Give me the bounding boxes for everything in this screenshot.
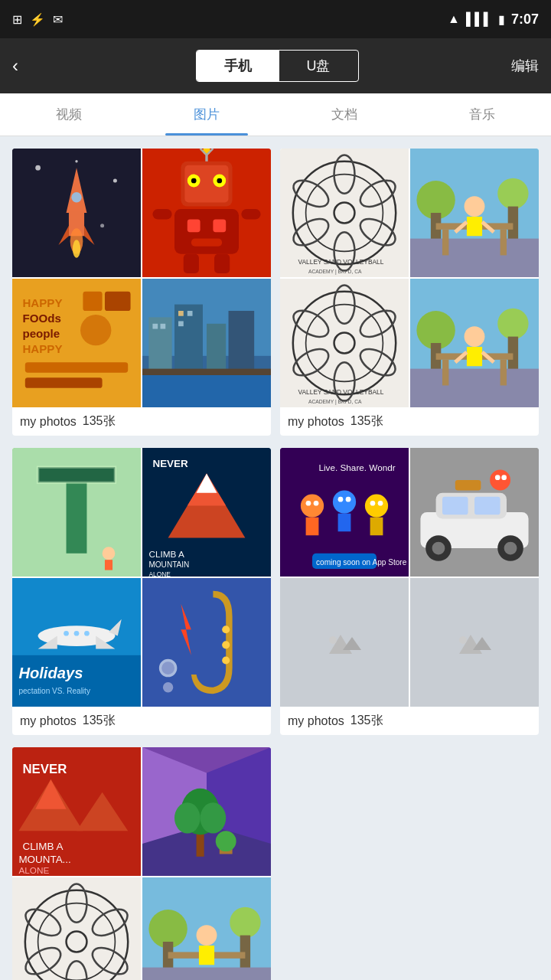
tab-music[interactable]: 音乐: [413, 93, 551, 136]
album-1-count: 135张: [83, 413, 116, 430]
album-5-grid: NEVER CLIMB A MOUNTA... ALONE: [12, 747, 271, 980]
svg-point-149: [378, 501, 383, 506]
album-1-name: my photos: [20, 415, 77, 429]
svg-rect-101: [467, 347, 482, 366]
photo-cell-airplane: Holidays pectation VS. Reality: [12, 578, 141, 707]
svg-point-170: [459, 636, 467, 644]
svg-point-132: [222, 656, 230, 664]
svg-text:ACADEMY | BKFD, CA: ACADEMY | BKFD, CA: [308, 399, 362, 405]
svg-rect-28: [214, 254, 230, 273]
svg-point-93: [497, 309, 528, 339]
battery-icon: ▮: [498, 12, 505, 27]
svg-rect-106: [67, 482, 87, 553]
album-block-2[interactable]: VALLEY SAND VOLLEYBALL ACADEMY | BKFD, C…: [280, 149, 539, 436]
svg-rect-71: [410, 239, 539, 277]
album-block-3[interactable]: NEVER CLIMB A MOUNTAIN ALONE: [12, 448, 271, 735]
svg-rect-51: [178, 321, 184, 326]
svg-rect-43: [148, 317, 171, 375]
photo-cell-room: [142, 747, 271, 876]
tab-document[interactable]: 文档: [276, 93, 413, 136]
storage-tabs: 手机 U盘: [196, 50, 359, 82]
svg-point-68: [497, 178, 528, 209]
album-4-count: 135张: [350, 713, 383, 729]
svg-rect-27: [184, 254, 199, 273]
svg-text:ALONE: ALONE: [148, 570, 171, 577]
svg-text:HAPPY: HAPPY: [22, 296, 62, 309]
photo-cell-rocket: [12, 149, 141, 277]
svg-rect-36: [83, 292, 102, 311]
svg-rect-207: [199, 946, 214, 965]
photo-cell-volleyball3: [12, 877, 141, 980]
svg-rect-76: [467, 217, 482, 236]
category-tabs: 视频 图片 文档 音乐: [0, 93, 551, 136]
photo-cell-girl: [410, 149, 539, 277]
svg-point-75: [465, 196, 485, 217]
udisk-tab[interactable]: U盘: [279, 51, 358, 81]
svg-rect-40: [25, 377, 103, 387]
svg-point-4: [100, 224, 104, 227]
svg-point-185: [174, 802, 201, 833]
album-block-1[interactable]: HAPPY FOOds people HAPPY: [12, 149, 271, 436]
album-4-grid: Live. Share. Wondr: [280, 448, 539, 707]
photo-cell-letter-t: [12, 448, 141, 577]
svg-text:ALONE: ALONE: [18, 865, 49, 875]
album-3-info: my photos 135张: [12, 707, 271, 735]
album-2-grid: VALLEY SAND VOLLEYBALL ACADEMY | BKFD, C…: [280, 149, 539, 407]
svg-rect-99: [500, 360, 507, 386]
usb-icon: ⚡: [30, 12, 45, 27]
android-icon: ⊞: [12, 12, 22, 27]
signal-icon: ▌▌▌: [466, 12, 492, 26]
svg-rect-105: [38, 467, 116, 482]
wifi-icon: ▲: [448, 12, 460, 26]
svg-rect-49: [178, 311, 184, 316]
album-block-4[interactable]: Live. Share. Wondr: [280, 448, 539, 735]
svg-point-108: [103, 547, 116, 560]
album-2-info: my photos 135张: [280, 407, 539, 436]
svg-point-11: [73, 240, 80, 258]
svg-point-131: [222, 641, 230, 648]
photo-cell-robot: [142, 149, 271, 277]
svg-point-163: [501, 475, 507, 480]
svg-point-162: [495, 475, 500, 480]
svg-point-2: [113, 178, 117, 182]
svg-rect-26: [191, 239, 222, 247]
photo-cell-city: [142, 279, 271, 407]
album-2-name: my photos: [288, 415, 344, 429]
album-4-name: my photos: [288, 714, 344, 728]
svg-point-100: [465, 326, 485, 347]
svg-rect-24: [187, 219, 201, 232]
gmail-icon: ✉: [53, 12, 63, 27]
phone-tab[interactable]: 手机: [197, 51, 279, 81]
svg-rect-39: [25, 362, 128, 372]
photo-cell-placeholder2: [410, 578, 539, 707]
tab-video[interactable]: 视频: [0, 93, 138, 136]
album-1-info: my photos 135张: [12, 407, 271, 436]
svg-text:ACADEMY | BKFD, CA: ACADEMY | BKFD, CA: [308, 269, 362, 275]
svg-point-3: [75, 160, 77, 162]
svg-rect-139: [306, 518, 319, 536]
svg-point-126: [84, 631, 90, 636]
svg-rect-147: [370, 518, 383, 536]
svg-rect-204: [142, 968, 271, 980]
svg-rect-25: [213, 219, 226, 232]
svg-point-141: [314, 501, 319, 506]
svg-point-17: [191, 178, 197, 184]
album-4-info: my photos 135张: [280, 707, 539, 735]
svg-point-138: [301, 494, 324, 517]
svg-rect-37: [105, 292, 131, 311]
album-1-grid: HAPPY FOOds people HAPPY: [12, 149, 271, 407]
svg-text:MOUNTA...: MOUNTA...: [18, 854, 70, 865]
tab-picture[interactable]: 图片: [138, 93, 276, 136]
svg-text:people: people: [22, 327, 60, 340]
back-button[interactable]: ‹: [12, 55, 43, 77]
album-2-count: 135张: [350, 413, 383, 430]
svg-rect-30: [241, 209, 260, 219]
album-block-5[interactable]: NEVER CLIMB A MOUNTA... ALONE: [12, 747, 271, 980]
svg-text:coming soon on App Store: coming soon on App Store: [316, 558, 407, 567]
svg-rect-74: [500, 230, 507, 256]
svg-point-145: [346, 497, 351, 502]
edit-button[interactable]: 编辑: [511, 57, 539, 75]
svg-rect-98: [442, 360, 448, 386]
photo-cell-volleyball2: VALLEY SAND VOLLEYBALL ACADEMY | BKFD, C…: [280, 279, 409, 407]
svg-point-18: [217, 178, 222, 184]
